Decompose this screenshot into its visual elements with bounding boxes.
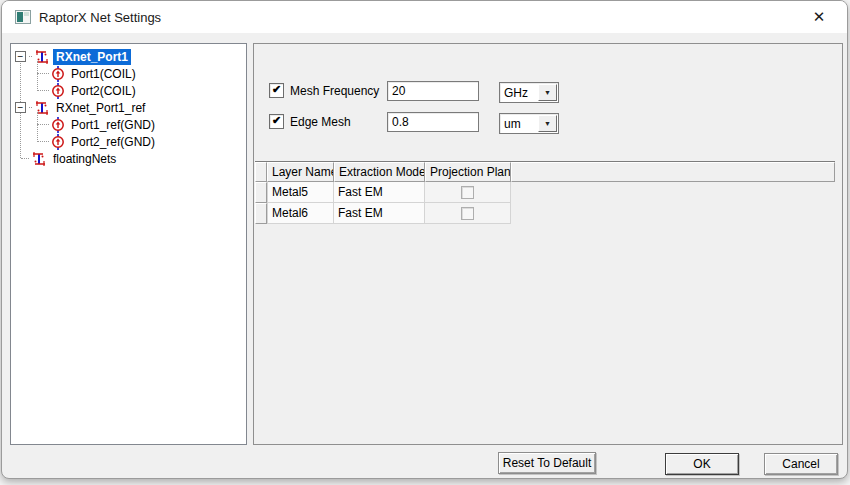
layer-table-header: Layer Name Extraction Mode Projection Pl… bbox=[255, 162, 835, 182]
table-row[interactable]: Metal5 Fast EM bbox=[255, 182, 835, 203]
projection-plane-checkbox[interactable] bbox=[461, 207, 474, 220]
tree-item-label: floatingNets bbox=[50, 151, 119, 167]
tree-item-floatingnets[interactable]: floatingNets bbox=[11, 150, 246, 167]
cancel-button[interactable]: Cancel bbox=[764, 453, 838, 475]
net-icon bbox=[34, 49, 50, 65]
settings-panel: ✔ Mesh Frequency GHz ▼ ✔ Edge Mesh um ▼ bbox=[253, 43, 843, 445]
mesh-frequency-label: Mesh Frequency bbox=[290, 84, 379, 98]
tree-item-label: Port2(COIL) bbox=[68, 83, 139, 99]
raptorx-net-settings-dialog: RaptorX Net Settings ✕ − RXnet_Port1 bbox=[1, 0, 848, 479]
column-header-layer-name[interactable]: Layer Name bbox=[267, 162, 334, 182]
layer-name-cell[interactable]: Metal6 bbox=[267, 203, 334, 224]
column-header-extraction-mode[interactable]: Extraction Mode bbox=[334, 162, 425, 182]
table-row[interactable]: Metal6 Fast EM bbox=[255, 203, 835, 224]
layer-name-cell[interactable]: Metal5 bbox=[267, 182, 334, 203]
reset-to-default-button[interactable]: Reset To Default bbox=[498, 452, 596, 474]
mesh-frequency-unit-select[interactable]: GHz ▼ bbox=[499, 82, 559, 103]
tree-item-port2-ref-gnd[interactable]: Port2_ref(GND) bbox=[11, 133, 246, 150]
title-bar[interactable]: RaptorX Net Settings ✕ bbox=[2, 1, 847, 33]
port-icon bbox=[51, 134, 65, 150]
row-header-stub[interactable] bbox=[255, 182, 267, 203]
app-icon bbox=[15, 9, 31, 25]
ok-button[interactable]: OK bbox=[665, 453, 739, 475]
tree-item-label: Port2_ref(GND) bbox=[68, 134, 158, 150]
tree-item-label: RXnet_Port1_ref bbox=[53, 100, 148, 116]
tree-item-port1-coil[interactable]: Port1(COIL) bbox=[11, 65, 246, 82]
screen: RaptorX Net Settings ✕ − RXnet_Port1 bbox=[0, 0, 850, 485]
mesh-frequency-row: ✔ Mesh Frequency bbox=[269, 83, 379, 98]
collapse-icon[interactable]: − bbox=[15, 51, 26, 62]
row-header-stub bbox=[255, 162, 267, 182]
row-header-stub[interactable] bbox=[255, 203, 267, 224]
port-icon bbox=[51, 117, 65, 133]
tree-item-label: Port1_ref(GND) bbox=[68, 117, 158, 133]
selected-unit: GHz bbox=[504, 86, 528, 100]
projection-plane-cell bbox=[425, 182, 511, 203]
chevron-down-icon[interactable]: ▼ bbox=[538, 84, 557, 101]
chevron-down-icon[interactable]: ▼ bbox=[538, 115, 557, 132]
selected-unit: um bbox=[504, 117, 521, 131]
projection-plane-checkbox[interactable] bbox=[461, 186, 474, 199]
extraction-mode-cell[interactable]: Fast EM bbox=[334, 182, 425, 203]
net-tree[interactable]: − RXnet_Port1 Port1(COIL) Port2( bbox=[10, 43, 247, 445]
collapse-icon[interactable]: − bbox=[15, 102, 26, 113]
column-header-filler bbox=[511, 162, 835, 182]
edge-mesh-input[interactable] bbox=[387, 112, 479, 132]
close-icon[interactable]: ✕ bbox=[797, 1, 841, 33]
tree-item-port1-ref-gnd[interactable]: Port1_ref(GND) bbox=[11, 116, 246, 133]
port-icon bbox=[51, 66, 65, 82]
layer-table: Layer Name Extraction Mode Projection Pl… bbox=[255, 161, 835, 224]
mesh-frequency-input[interactable] bbox=[387, 81, 479, 101]
edge-mesh-label: Edge Mesh bbox=[290, 115, 351, 129]
port-icon bbox=[51, 83, 65, 99]
tree-item-port2-coil[interactable]: Port2(COIL) bbox=[11, 82, 246, 99]
tree-item-label: RXnet_Port1 bbox=[53, 49, 131, 65]
projection-plane-cell bbox=[425, 203, 511, 224]
edge-mesh-row: ✔ Edge Mesh bbox=[269, 114, 351, 129]
edge-mesh-checkbox[interactable]: ✔ bbox=[269, 114, 284, 129]
net-icon bbox=[34, 100, 50, 116]
tree-item-label: Port1(COIL) bbox=[68, 66, 139, 82]
edge-mesh-unit-select[interactable]: um ▼ bbox=[499, 113, 559, 134]
net-icon bbox=[31, 151, 47, 167]
extraction-mode-cell[interactable]: Fast EM bbox=[334, 203, 425, 224]
mesh-frequency-checkbox[interactable]: ✔ bbox=[269, 83, 284, 98]
tree-item-rxnet-port1-ref[interactable]: − RXnet_Port1_ref bbox=[11, 99, 246, 116]
window-title: RaptorX Net Settings bbox=[39, 10, 161, 25]
tree-item-rxnet-port1[interactable]: − RXnet_Port1 bbox=[11, 48, 246, 65]
column-header-projection-plane[interactable]: Projection Plane bbox=[425, 162, 511, 182]
